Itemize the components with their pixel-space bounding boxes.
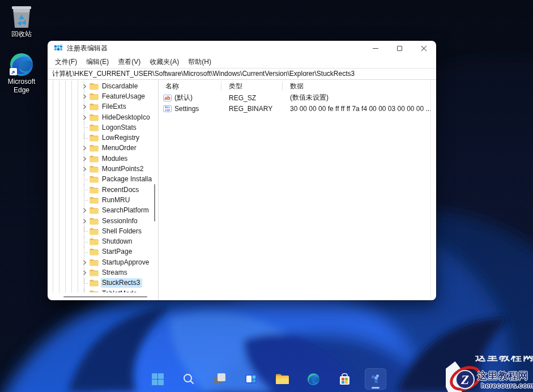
folder-icon — [89, 176, 99, 183]
tree-item-stuckrects3[interactable]: StuckRects3 — [48, 278, 152, 288]
column-header-2[interactable]: 数据 — [283, 82, 436, 91]
menu-item-4[interactable]: 帮助(H) — [184, 56, 216, 68]
chevron-right-icon — [83, 208, 87, 213]
tree-item-lowregistry[interactable]: LowRegistry — [48, 133, 152, 143]
close-button[interactable] — [412, 41, 436, 56]
value-row-0[interactable]: ab(默认)REG_SZ(数值未设置) — [159, 92, 436, 103]
tree-item-mountpoints2[interactable]: MountPoints2 — [48, 164, 152, 174]
expand-chevron[interactable] — [82, 104, 87, 110]
address-bar[interactable]: 计算机\HKEY_CURRENT_USER\Software\Microsoft… — [48, 68, 436, 80]
taskbar-button-store[interactable] — [334, 368, 355, 390]
tree-item-label: Streams — [101, 268, 130, 278]
tree-item-modules[interactable]: Modules — [48, 154, 152, 164]
tree-item-startupapprove[interactable]: StartupApprove — [48, 257, 152, 267]
tree-item-logonstats[interactable]: LogonStats — [48, 122, 152, 133]
folder-icon — [89, 218, 99, 225]
tree-vertical-scrollbar[interactable] — [154, 184, 155, 221]
titlebar[interactable]: 注册表编辑器 — [48, 41, 436, 56]
tree-item-sessioninfo[interactable]: SessionInfo — [48, 216, 152, 226]
desktop-icon-label: 回收站 — [3, 30, 40, 39]
expand-chevron[interactable] — [82, 156, 87, 161]
column-header-0[interactable]: 名称 — [159, 82, 222, 91]
folder-icon — [89, 124, 99, 131]
desktop-icon-edge[interactable]: Microsoft Edge — [3, 52, 40, 95]
taskbar-button-task-view[interactable] — [209, 368, 231, 390]
tree-item-menuorder[interactable]: MenuOrder — [48, 143, 152, 154]
menu-item-1[interactable]: 编辑(E) — [82, 56, 113, 68]
value-data: 30 00 00 00 fe ff ff ff 7a f4 00 00 03 0… — [283, 105, 436, 113]
recycle-bin-icon — [9, 5, 34, 28]
tree-item-streams[interactable]: Streams — [48, 267, 152, 278]
tree-connector — [82, 133, 87, 143]
tree-item-fileexts[interactable]: FileExts — [48, 102, 152, 112]
taskbar-button-search[interactable] — [178, 368, 199, 390]
task-view-icon — [213, 372, 227, 386]
taskbar-button-registry-editor[interactable] — [365, 368, 386, 390]
taskbar-button-start[interactable] — [147, 368, 168, 390]
desktop-icon-recycle-bin[interactable]: 回收站 — [3, 5, 40, 39]
tree-connector — [82, 278, 87, 288]
column-separator[interactable] — [221, 82, 221, 91]
tree-item-label: StuckRects3 — [101, 278, 142, 288]
column-header-1[interactable]: 类型 — [222, 82, 283, 91]
tree-item-shutdown[interactable]: Shutdown — [48, 236, 152, 246]
tree-item-label: LowRegistry — [101, 133, 142, 143]
string-value-icon: ab — [163, 95, 172, 101]
active-app-indicator — [372, 387, 380, 389]
expand-chevron[interactable] — [82, 270, 87, 275]
expand-chevron[interactable] — [82, 83, 87, 89]
tree-item-startpage[interactable]: StartPage — [48, 247, 152, 257]
expand-chevron[interactable] — [82, 259, 87, 265]
registry-tree-pane[interactable]: DiscardableFeatureUsageFileExtsHideDeskt… — [48, 80, 159, 300]
tree-horizontal-scrollbar[interactable] — [50, 296, 151, 298]
column-separator[interactable] — [282, 82, 283, 91]
tree-item-label: Discardable — [101, 82, 140, 91]
tree-item-label: FileExts — [101, 102, 129, 112]
tree-item-recentdocs[interactable]: RecentDocs — [48, 185, 152, 195]
tree-item-featureusage[interactable]: FeatureUsage — [48, 91, 152, 101]
menu-item-0[interactable]: 文件(F) — [50, 56, 82, 68]
tree-item-hidedesktopico[interactable]: HideDesktopIco — [48, 112, 152, 122]
watermark-background-text: 这里教程网 — [475, 356, 533, 363]
folder-icon — [89, 93, 99, 100]
expand-chevron[interactable] — [82, 208, 87, 214]
maximize-icon — [397, 46, 402, 51]
maximize-button[interactable] — [387, 41, 412, 56]
tree-item-label: StartupApprove — [101, 258, 151, 267]
tree-item-shell-folders[interactable]: Shell Folders — [48, 226, 152, 236]
tree-item-tabletmode[interactable]: TabletMode — [48, 288, 152, 292]
folder-icon — [89, 259, 99, 266]
value-type: REG_BINARY — [222, 105, 283, 113]
taskbar-button-edge[interactable] — [302, 368, 324, 390]
menu-bar: 文件(F)编辑(E)查看(V)收藏夹(A)帮助(H) — [48, 56, 436, 68]
chevron-right-icon — [83, 260, 87, 265]
tree-connector — [82, 195, 87, 205]
values-scrollbar-track[interactable] — [430, 80, 436, 300]
registry-app-icon — [54, 44, 63, 53]
tree-item-label: SearchPlatform — [101, 206, 151, 215]
tree-item-discardable[interactable]: Discardable — [48, 81, 152, 91]
expand-chevron[interactable] — [82, 167, 87, 172]
folder-icon — [89, 269, 99, 276]
menu-item-2[interactable]: 查看(V) — [113, 56, 145, 68]
expand-chevron[interactable] — [82, 146, 87, 151]
chevron-right-icon — [83, 94, 87, 99]
tree-item-runmru[interactable]: RunMRU — [48, 195, 152, 205]
folder-icon — [89, 114, 99, 121]
taskbar-button-widgets[interactable] — [240, 368, 262, 390]
value-name: (默认) — [174, 93, 193, 103]
taskbar-button-file-explorer[interactable] — [271, 368, 293, 390]
values-header[interactable]: 名称类型数据 — [159, 80, 436, 92]
tree-item-searchplatform[interactable]: SearchPlatform — [48, 206, 152, 216]
expand-chevron[interactable] — [82, 114, 87, 120]
minimize-button[interactable] — [363, 41, 387, 56]
edge-taskbar-icon — [307, 373, 320, 386]
expand-chevron[interactable] — [82, 93, 87, 99]
value-row-1[interactable]: 011110SettingsREG_BINARY30 00 00 00 fe f… — [159, 103, 436, 114]
tree-item-label: Shell Folders — [101, 227, 144, 236]
tree-item-package-installa[interactable]: Package Installa — [48, 174, 152, 185]
expand-chevron[interactable] — [82, 218, 87, 224]
registry-values-pane[interactable]: 名称类型数据 ab(默认)REG_SZ(数值未设置)011110Settings… — [159, 80, 436, 300]
menu-item-3[interactable]: 收藏夹(A) — [145, 56, 184, 68]
tree-connector — [82, 226, 87, 236]
